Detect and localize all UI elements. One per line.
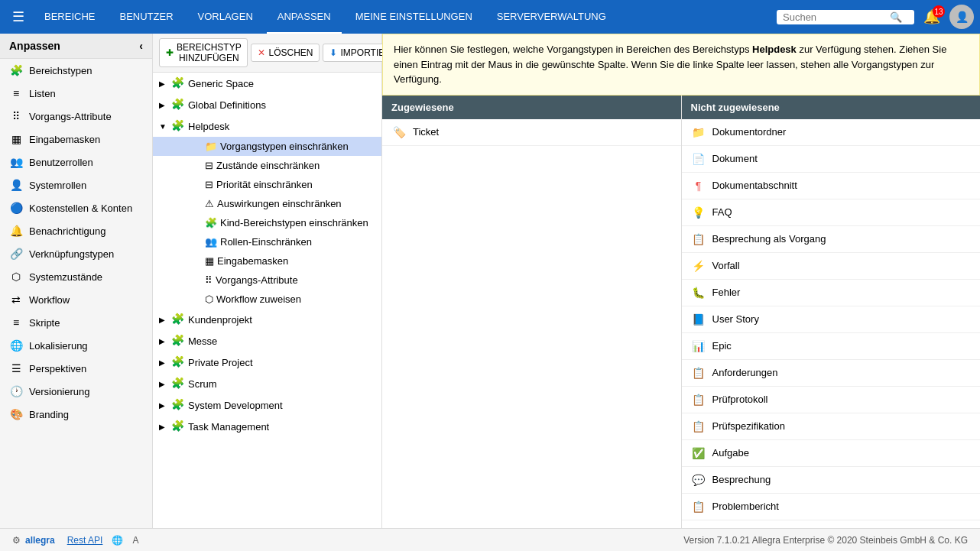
sidebar-item-vorgangs-attribute[interactable]: ⠿ Vorgangs-Attribute — [0, 105, 152, 128]
puzzle-node-icon: 🧩 — [171, 76, 185, 90]
tree-node-prioritaet[interactable]: ⊟ Priorität einschränken — [153, 175, 381, 194]
list-item[interactable]: 📋 Problembericht — [682, 494, 981, 520]
list-item[interactable]: 📄 Dokument — [682, 146, 981, 173]
tree-node-rollen[interactable]: 👥 Rollen-Einschränken — [153, 232, 381, 251]
sidebar-item-workflow[interactable]: ⇄ Workflow — [0, 288, 152, 311]
delete-button[interactable]: ✕ LÖSCHEN — [251, 44, 320, 62]
search-input[interactable] — [783, 11, 890, 23]
puzzle-node-icon: 🧩 — [171, 420, 185, 433]
users-icon: 👥 — [9, 155, 23, 169]
list-item[interactable]: 📋 Prüfprotokoll — [682, 387, 981, 413]
search-icon[interactable]: 🔍 — [890, 11, 902, 23]
sidebar-item-bereichstypen[interactable]: 🧩 Bereichstypen — [0, 59, 152, 82]
list-item[interactable]: ⚡ Vorfall — [682, 253, 981, 280]
list-item[interactable]: 📋 Besprechung als Vorgang — [682, 226, 981, 253]
sidebar-item-listen[interactable]: ≡ Listen — [0, 82, 152, 105]
puzzle-node-icon: 🧩 — [171, 313, 185, 326]
tree-node-vorgangs-attr-child[interactable]: ⠿ Vorgangs-Attribute — [153, 271, 381, 290]
puzzle-icon: 🧩 — [9, 63, 23, 77]
tree-node-messe[interactable]: ▶ 🧩 Messe — [153, 330, 381, 352]
workflow-child-icon: ⬡ — [205, 293, 213, 305]
roles-icon: 👥 — [205, 236, 217, 248]
middle-tree: ✚ BEREICHSTYP HINZUFÜGEN ✕ LÖSCHEN ⬇ IMP… — [153, 34, 382, 528]
besprechung-vorgang-icon: 📋 — [691, 232, 706, 247]
list-item[interactable]: 🏷️ Ticket — [382, 119, 681, 146]
menu-icon[interactable]: ☰ — [6, 5, 31, 29]
epic-icon: 📊 — [691, 339, 706, 354]
vorfall-icon: ⚡ — [691, 258, 706, 274]
priority-icon: ⊟ — [205, 179, 213, 190]
list-item[interactable]: 📁 Dokumentordner — [682, 119, 981, 146]
expand-arrow: ▶ — [159, 423, 168, 431]
tree-node-workflow-zuweisen[interactable]: ⬡ Workflow zuweisen — [153, 290, 381, 309]
tree-node-helpdesk[interactable]: ▼ 🧩 Helpdesk — [153, 115, 381, 137]
import-icon: ⬇ — [329, 47, 337, 58]
sidebar-item-systemrollen[interactable]: 👤 Systemrollen — [0, 173, 152, 196]
dokumentordner-icon: 📁 — [691, 125, 706, 140]
sidebar-item-kostenstellen[interactable]: 🔵 Kostenstellen & Konten — [0, 196, 152, 219]
list-item[interactable]: ¶ Dokumentabschnitt — [682, 173, 981, 199]
tree-node-task-management[interactable]: ▶ 🧩 Task Management — [153, 416, 381, 437]
tree-node-generic-space[interactable]: ▶ 🧩 Generic Space — [153, 73, 381, 94]
right-content: Hier können Sie festlegen, welche Vorgan… — [382, 34, 980, 528]
list-item[interactable]: ✅ Aufgabe — [682, 440, 981, 467]
attr-icon: ⠿ — [9, 109, 23, 123]
list-item[interactable]: 📋 Anforderungen — [682, 360, 981, 387]
perspective-icon: ☰ — [9, 361, 23, 375]
nav-serververwaltung[interactable]: SERVERVERWALTUNG — [486, 0, 617, 34]
ticket-icon: 🏷️ — [391, 125, 407, 140]
form-child-icon: ▦ — [205, 255, 214, 267]
puzzle-node-icon: 🧩 — [171, 377, 185, 391]
avatar[interactable]: 👤 — [949, 5, 974, 29]
list-item[interactable]: 📊 Epic — [682, 333, 981, 360]
tree-node-system-development[interactable]: ▶ 🧩 System Development — [153, 394, 381, 416]
list-item[interactable]: 💬 Besprechung — [682, 467, 981, 494]
list-item[interactable]: 🐛 Fehler — [682, 280, 981, 306]
notification-badge: 13 — [933, 5, 945, 18]
tree-node-zustaende[interactable]: ⊟ Zustände einschränken — [153, 156, 381, 175]
list-item[interactable]: 📘 User Story — [682, 306, 981, 333]
sidebar-item-versionierung[interactable]: 🕐 Versionierung — [0, 380, 152, 403]
list-item[interactable]: 💡 FAQ — [682, 199, 981, 226]
sidebar-item-lokalisierung[interactable]: 🌐 Lokalisierung — [0, 334, 152, 357]
footer-logo: ⚙ allegra — [12, 535, 55, 546]
tree-node-vorgangstypen[interactable]: 📁 Vorgangstypen einschränken — [153, 137, 381, 156]
sidebar-item-benachrichtigung[interactable]: 🔔 Benachrichtigung — [0, 219, 152, 242]
notification-button[interactable]: 🔔 13 — [923, 8, 940, 25]
expand-arrow: ▶ — [159, 101, 168, 109]
columns-area: Zugewiesene 🏷️ Ticket Nicht zugewiesene … — [382, 96, 980, 529]
unassigned-column: Nicht zugewiesene 📁 Dokumentordner 📄 Dok… — [682, 96, 981, 529]
tree-node-scrum[interactable]: ▶ 🧩 Scrum — [153, 373, 381, 394]
tree-node-auswirkungen[interactable]: ⚠ Auswirkungen einschränken — [153, 194, 381, 213]
sidebar-item-skripte[interactable]: ≡ Skripte — [0, 311, 152, 334]
nav-einstellungen[interactable]: MEINE EINSTELLUNGEN — [345, 0, 483, 34]
tree-toolbar: ✚ BEREICHSTYP HINZUFÜGEN ✕ LÖSCHEN ⬇ IMP… — [153, 34, 381, 73]
tree-node-private-project[interactable]: ▶ 🧩 Private Project — [153, 352, 381, 373]
left-sidebar: Anpassen ‹ 🧩 Bereichstypen ≡ Listen ⠿ Vo… — [0, 34, 153, 528]
tree-node-kind-bereichstypen[interactable]: 🧩 Kind-Bereichstypen einschränken — [153, 213, 381, 232]
link-icon: 🔗 — [9, 247, 23, 261]
sidebar-item-verknuepfungstypen[interactable]: 🔗 Verknüpfungstypen — [0, 242, 152, 265]
nav-vorlagen[interactable]: VORLAGEN — [187, 0, 264, 34]
besprechung-icon: 💬 — [691, 472, 706, 488]
sidebar-item-eingabemasken[interactable]: ▦ Eingabemasken — [0, 128, 152, 151]
sidebar-item-branding[interactable]: 🎨 Branding — [0, 403, 152, 426]
nav-benutzer[interactable]: BENUTZER — [109, 0, 183, 34]
add-bereichstyp-button[interactable]: ✚ BEREICHSTYP HINZUFÜGEN — [159, 38, 248, 67]
aufgabe-icon: ✅ — [691, 446, 706, 461]
list-item[interactable]: 📋 Prüfspezifikation — [682, 413, 981, 440]
expand-arrow: ▼ — [159, 122, 168, 131]
sidebar-collapse-icon[interactable]: ‹ — [139, 40, 143, 52]
sidebar-item-systemzustaende[interactable]: ⬡ Systemzustände — [0, 265, 152, 288]
tree-node-kundenprojekt[interactable]: ▶ 🧩 Kundenprojekt — [153, 309, 381, 330]
nav-anpassen[interactable]: ANPASSEN — [267, 0, 342, 34]
tree-node-eingabemasken-child[interactable]: ▦ Eingabemasken — [153, 251, 381, 271]
sysstate-icon: ⬡ — [9, 270, 23, 284]
pruefprotokoll-icon: 📋 — [691, 392, 706, 407]
tree-node-global-definitions[interactable]: ▶ 🧩 Global Definitions — [153, 94, 381, 115]
sidebar-item-benutzerrollen[interactable]: 👥 Benutzerrollen — [0, 151, 152, 173]
sidebar-item-perspektiven[interactable]: ☰ Perspektiven — [0, 357, 152, 380]
rest-api-link[interactable]: Rest API — [67, 535, 103, 546]
lang-globe-icon: 🌐 — [112, 535, 123, 546]
nav-bereiche[interactable]: BEREICHE — [34, 0, 105, 34]
